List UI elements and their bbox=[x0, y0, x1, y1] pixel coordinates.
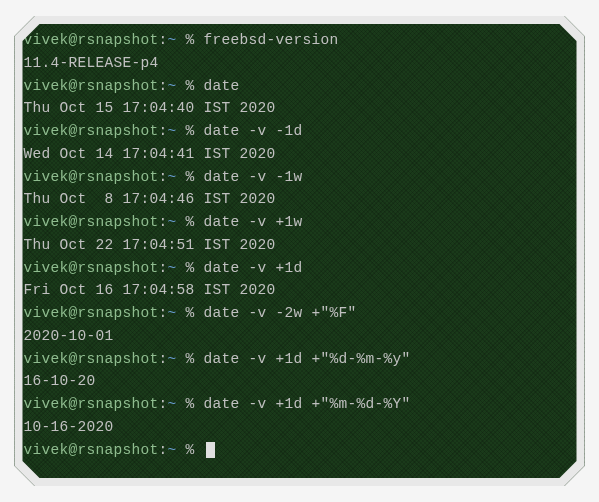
prompt-at: @ bbox=[69, 123, 78, 139]
prompt-colon: : bbox=[159, 214, 168, 230]
prompt-path: ~ bbox=[168, 396, 177, 412]
prompt-host: rsnapshot bbox=[78, 169, 159, 185]
output-text: 11.4-RELEASE-p4 bbox=[24, 55, 159, 71]
prompt-user: vivek bbox=[24, 214, 69, 230]
command-line: vivek@rsnapshot:~ % date -v -2w +"%F" bbox=[24, 302, 576, 325]
command-text: date -v -1d bbox=[204, 123, 303, 139]
output-text: Thu Oct 22 17:04:51 IST 2020 bbox=[24, 237, 276, 253]
prompt-path: ~ bbox=[168, 32, 177, 48]
prompt-host: rsnapshot bbox=[78, 396, 159, 412]
prompt-symbol: % bbox=[177, 214, 204, 230]
output-line: Thu Oct 15 17:04:40 IST 2020 bbox=[24, 97, 576, 120]
prompt-host: rsnapshot bbox=[78, 32, 159, 48]
prompt-at: @ bbox=[69, 78, 78, 94]
output-line: 16-10-20 bbox=[24, 370, 576, 393]
prompt-colon: : bbox=[159, 305, 168, 321]
prompt-at: @ bbox=[69, 260, 78, 276]
command-line: vivek@rsnapshot:~ % date -v +1d bbox=[24, 257, 576, 280]
prompt-path: ~ bbox=[168, 305, 177, 321]
output-line: Thu Oct 8 17:04:46 IST 2020 bbox=[24, 188, 576, 211]
prompt-user: vivek bbox=[24, 169, 69, 185]
prompt-symbol: % bbox=[177, 123, 204, 139]
output-line: 10-16-2020 bbox=[24, 416, 576, 439]
prompt-path: ~ bbox=[168, 442, 177, 458]
prompt-colon: : bbox=[159, 123, 168, 139]
prompt-host: rsnapshot bbox=[78, 351, 159, 367]
prompt-user: vivek bbox=[24, 351, 69, 367]
prompt-symbol: % bbox=[177, 32, 204, 48]
prompt-user: vivek bbox=[24, 32, 69, 48]
prompt-colon: : bbox=[159, 442, 168, 458]
command-line: vivek@rsnapshot:~ % date bbox=[24, 75, 576, 98]
command-line: vivek@rsnapshot:~ % bbox=[24, 439, 576, 462]
prompt-colon: : bbox=[159, 32, 168, 48]
prompt-user: vivek bbox=[24, 305, 69, 321]
output-line: 2020-10-01 bbox=[24, 325, 576, 348]
prompt-user: vivek bbox=[24, 78, 69, 94]
command-text: date -v +1d +"%d-%m-%y" bbox=[204, 351, 411, 367]
command-line: vivek@rsnapshot:~ % date -v +1d +"%d-%m-… bbox=[24, 348, 576, 371]
output-text: 10-16-2020 bbox=[24, 419, 114, 435]
output-line: Wed Oct 14 17:04:41 IST 2020 bbox=[24, 143, 576, 166]
prompt-symbol: % bbox=[177, 396, 204, 412]
command-line: vivek@rsnapshot:~ % date -v -1w bbox=[24, 166, 576, 189]
prompt-at: @ bbox=[69, 32, 78, 48]
prompt-path: ~ bbox=[168, 78, 177, 94]
output-text: Thu Oct 8 17:04:46 IST 2020 bbox=[24, 191, 276, 207]
prompt-host: rsnapshot bbox=[78, 78, 159, 94]
prompt-symbol: % bbox=[177, 351, 204, 367]
prompt-symbol: % bbox=[177, 169, 204, 185]
prompt-at: @ bbox=[69, 351, 78, 367]
prompt-symbol: % bbox=[177, 305, 204, 321]
command-line: vivek@rsnapshot:~ % date -v +1w bbox=[24, 211, 576, 234]
command-text: date -v +1d +"%m-%d-%Y" bbox=[204, 396, 411, 412]
prompt-user: vivek bbox=[24, 260, 69, 276]
cursor-icon bbox=[206, 442, 215, 458]
prompt-host: rsnapshot bbox=[78, 442, 159, 458]
command-text: freebsd-version bbox=[204, 32, 339, 48]
output-text: 2020-10-01 bbox=[24, 328, 114, 344]
command-text: date -v -1w bbox=[204, 169, 303, 185]
output-text: Thu Oct 15 17:04:40 IST 2020 bbox=[24, 100, 276, 116]
prompt-host: rsnapshot bbox=[78, 260, 159, 276]
command-line: vivek@rsnapshot:~ % date -v +1d +"%m-%d-… bbox=[24, 393, 576, 416]
output-line: Thu Oct 22 17:04:51 IST 2020 bbox=[24, 234, 576, 257]
prompt-at: @ bbox=[69, 169, 78, 185]
output-text: 16-10-20 bbox=[24, 373, 96, 389]
prompt-symbol: % bbox=[177, 78, 204, 94]
command-text: date -v +1d bbox=[204, 260, 303, 276]
prompt-host: rsnapshot bbox=[78, 214, 159, 230]
output-text: Wed Oct 14 17:04:41 IST 2020 bbox=[24, 146, 276, 162]
prompt-user: vivek bbox=[24, 442, 69, 458]
output-line: 11.4-RELEASE-p4 bbox=[24, 52, 576, 75]
prompt-at: @ bbox=[69, 305, 78, 321]
output-text: Fri Oct 16 17:04:58 IST 2020 bbox=[24, 282, 276, 298]
command-line: vivek@rsnapshot:~ % date -v -1d bbox=[24, 120, 576, 143]
prompt-at: @ bbox=[69, 442, 78, 458]
prompt-colon: : bbox=[159, 351, 168, 367]
prompt-colon: : bbox=[159, 396, 168, 412]
command-text: date bbox=[204, 78, 240, 94]
prompt-colon: : bbox=[159, 260, 168, 276]
terminal-screen[interactable]: vivek@rsnapshot:~ % freebsd-version11.4-… bbox=[10, 11, 590, 479]
prompt-user: vivek bbox=[24, 123, 69, 139]
prompt-path: ~ bbox=[168, 260, 177, 276]
prompt-at: @ bbox=[69, 214, 78, 230]
prompt-path: ~ bbox=[168, 351, 177, 367]
prompt-path: ~ bbox=[168, 169, 177, 185]
prompt-host: rsnapshot bbox=[78, 123, 159, 139]
prompt-symbol: % bbox=[177, 260, 204, 276]
output-line: Fri Oct 16 17:04:58 IST 2020 bbox=[24, 279, 576, 302]
prompt-symbol: % bbox=[177, 442, 204, 458]
command-line: vivek@rsnapshot:~ % freebsd-version bbox=[24, 29, 576, 52]
terminal-frame: vivek@rsnapshot:~ % freebsd-version11.4-… bbox=[10, 11, 590, 491]
prompt-path: ~ bbox=[168, 123, 177, 139]
command-text: date -v -2w +"%F" bbox=[204, 305, 357, 321]
prompt-host: rsnapshot bbox=[78, 305, 159, 321]
prompt-path: ~ bbox=[168, 214, 177, 230]
prompt-at: @ bbox=[69, 396, 78, 412]
prompt-user: vivek bbox=[24, 396, 69, 412]
prompt-colon: : bbox=[159, 169, 168, 185]
command-text: date -v +1w bbox=[204, 214, 303, 230]
prompt-colon: : bbox=[159, 78, 168, 94]
